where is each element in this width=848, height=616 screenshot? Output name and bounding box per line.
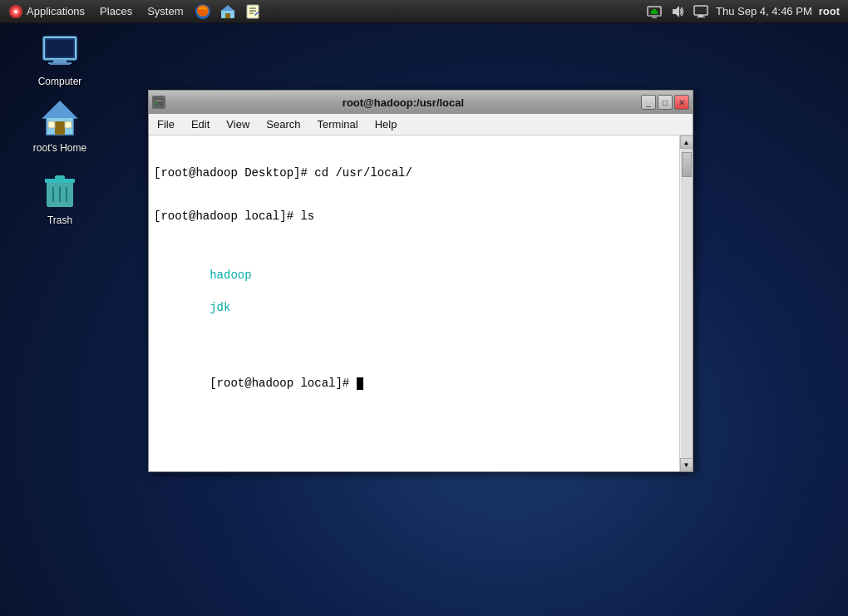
svg-point-2 <box>14 10 17 13</box>
svg-rect-20 <box>47 40 73 57</box>
svg-rect-17 <box>697 17 705 17</box>
terminal-window: >_ root@hadoop:/usr/local _ □ ✕ File Edi… <box>148 90 693 472</box>
taskbar-left: Applications Places System <box>0 0 264 23</box>
svg-marker-14 <box>673 6 679 17</box>
network-tray-icon <box>646 3 663 20</box>
system-label: System <box>147 5 183 17</box>
terminal-scrollbar: ▲ ▼ <box>679 136 693 471</box>
taskbar-applications[interactable]: Applications <box>2 0 91 23</box>
svg-rect-6 <box>225 13 230 18</box>
network-icon[interactable] <box>646 3 663 20</box>
menu-file[interactable]: File <box>149 114 183 136</box>
terminal-small-icon: >_ <box>154 97 164 107</box>
places-label: Places <box>100 5 132 17</box>
text-editor-button[interactable] <box>241 0 264 23</box>
applications-label: Applications <box>27 5 85 17</box>
terminal-content[interactable]: [root@hadoop Desktop]# cd /usr/local/ [r… <box>149 136 693 471</box>
clock-display: Thu Sep 4, 4:46 PM <box>716 5 812 17</box>
scroll-down-button[interactable]: ▼ <box>680 458 693 471</box>
svg-rect-7 <box>247 5 259 18</box>
svg-rect-16 <box>698 15 703 17</box>
username-display: root <box>819 5 840 17</box>
taskbar: Applications Places System <box>0 0 848 23</box>
home-icon-label: root's Home <box>31 141 89 155</box>
firefox-icon <box>195 3 211 20</box>
svg-rect-24 <box>50 63 70 65</box>
svg-rect-12 <box>648 15 661 17</box>
terminal-line-4: [root@hadoop local]# <box>154 359 674 408</box>
terminal-cursor <box>357 377 363 390</box>
home-folder-button[interactable] <box>216 0 239 23</box>
volume-tray-icon <box>669 3 686 20</box>
svg-marker-5 <box>221 5 234 11</box>
svg-text:>_: >_ <box>155 101 160 106</box>
desktop-icon-trash[interactable]: Trash <box>27 170 93 227</box>
menu-view[interactable]: View <box>218 114 258 136</box>
taskbar-system[interactable]: System <box>141 0 190 23</box>
terminal-title-icon: >_ <box>152 96 165 109</box>
svg-rect-27 <box>55 121 65 135</box>
taskbar-right: Thu Sep 4, 4:46 PM root <box>646 3 848 20</box>
terminal-title-text: root@hadoop:/usr/local <box>169 96 638 109</box>
display-tray-icon <box>693 3 709 20</box>
display-icon[interactable] <box>693 3 709 20</box>
menu-terminal[interactable]: Terminal <box>309 114 367 136</box>
scroll-thumb[interactable] <box>682 152 692 177</box>
volume-icon[interactable] <box>669 3 686 20</box>
text-editor-icon <box>244 3 261 20</box>
svg-rect-28 <box>48 121 55 128</box>
home-icon <box>40 98 80 138</box>
computer-icon-label: Computer <box>36 75 85 88</box>
terminal-titlebar: >_ root@hadoop:/usr/local _ □ ✕ <box>149 91 693 114</box>
trash-icon-label: Trash <box>45 214 75 227</box>
svg-rect-23 <box>55 60 65 63</box>
terminal-line-2: [root@hadoop local]# ls <box>154 209 674 225</box>
close-button[interactable]: ✕ <box>674 95 689 110</box>
term-hadoop: hadoop <box>210 269 251 282</box>
firefox-button[interactable] <box>191 0 214 23</box>
terminal-menubar: File Edit View Search Terminal Help <box>149 114 693 136</box>
svg-rect-32 <box>55 175 65 180</box>
menu-help[interactable]: Help <box>367 114 406 136</box>
desktop-icon-home[interactable]: root's Home <box>27 98 93 155</box>
terminal-text-area[interactable]: [root@hadoop Desktop]# cd /usr/local/ [r… <box>149 136 679 471</box>
minimize-button[interactable]: _ <box>641 95 656 110</box>
menu-edit[interactable]: Edit <box>183 114 218 136</box>
svg-rect-13 <box>652 17 657 18</box>
terminal-line-1: [root@hadoop Desktop]# cd /usr/local/ <box>154 165 674 182</box>
svg-rect-29 <box>65 121 71 128</box>
svg-marker-26 <box>43 101 76 118</box>
scroll-up-button[interactable]: ▲ <box>680 136 693 149</box>
desktop-icon-computer[interactable]: Computer <box>27 32 93 88</box>
terminal-line-3: hadoop jdk <box>154 251 674 333</box>
svg-rect-15 <box>694 6 707 15</box>
applications-icon <box>8 4 23 19</box>
trash-icon <box>40 170 80 210</box>
window-controls: _ □ ✕ <box>641 95 689 110</box>
home-folder-icon <box>219 3 236 20</box>
scroll-track[interactable] <box>681 149 693 458</box>
term-jdk: jdk <box>210 301 230 314</box>
computer-icon <box>40 32 80 71</box>
maximize-button[interactable]: □ <box>658 95 673 110</box>
menu-search[interactable]: Search <box>258 114 308 136</box>
taskbar-places[interactable]: Places <box>93 0 139 23</box>
